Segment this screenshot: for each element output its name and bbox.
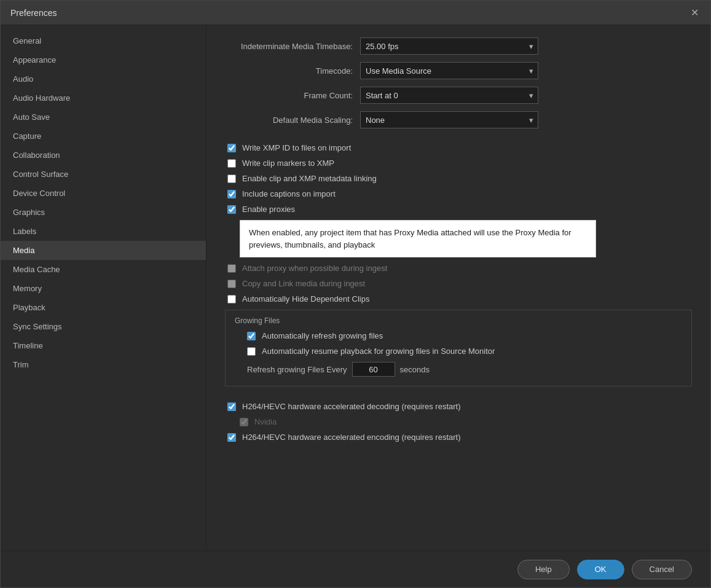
growing-files-title: Growing Files <box>235 316 682 325</box>
dialog-title: Preferences <box>10 8 57 18</box>
sidebar-item-playback[interactable]: Playback <box>1 298 206 317</box>
h264-decode-label: H264/HEVC hardware accelerated decoding … <box>242 402 461 411</box>
checkbox-row-h264-decode: H264/HEVC hardware accelerated decoding … <box>225 402 692 411</box>
sidebar-item-timeline[interactable]: Timeline <box>1 336 206 355</box>
include-captions-label: Include captions on import <box>242 189 336 198</box>
auto-resume-label: Automatically resume playback for growin… <box>262 347 495 356</box>
sidebar-item-capture[interactable]: Capture <box>1 127 206 146</box>
write-xmp-checkbox[interactable] <box>227 144 236 152</box>
checkbox-row-attach-proxy: Attach proxy when possible during ingest <box>225 264 692 273</box>
sidebar-item-graphics[interactable]: Graphics <box>1 203 206 222</box>
auto-hide-checkbox[interactable] <box>227 295 236 304</box>
auto-hide-label: Automatically Hide Dependent Clips <box>242 294 369 304</box>
form-row: Timecode:Use Media SourceDrop FrameNon-D… <box>225 62 692 79</box>
h264-decode-checkbox[interactable] <box>227 402 236 411</box>
sidebar-item-trim[interactable]: Trim <box>1 355 206 374</box>
titlebar: Preferences ✕ <box>1 1 710 25</box>
write-clip-markers-label: Write clip markers to XMP <box>242 159 334 168</box>
form-label: Frame Count: <box>225 91 360 100</box>
nvidia-label: Nvidia <box>254 417 277 426</box>
sidebar-item-control-surface[interactable]: Control Surface <box>1 165 206 184</box>
attach-proxy-checkbox[interactable] <box>227 264 236 273</box>
sidebar-item-sync-settings[interactable]: Sync Settings <box>1 317 206 336</box>
form-label: Indeterminate Media Timebase: <box>225 42 360 51</box>
main-panel: Indeterminate Media Timebase:23.976 fps2… <box>206 25 710 551</box>
tooltip-text: When enabled, any project item that has … <box>249 228 572 249</box>
sidebar-item-collaboration[interactable]: Collaboration <box>1 146 206 165</box>
close-button[interactable]: ✕ <box>688 7 701 19</box>
h264-encode-checkbox[interactable] <box>227 433 236 442</box>
include-captions-checkbox[interactable] <box>227 190 236 198</box>
form-select[interactable]: Start at 0Start at 1 <box>360 87 538 104</box>
write-xmp-label: Write XMP ID to files on import <box>242 143 351 152</box>
auto-resume-row: Automatically resume playback for growin… <box>235 347 682 356</box>
sidebar: GeneralAppearanceAudioAudio HardwareAuto… <box>1 25 206 551</box>
sidebar-item-media[interactable]: Media <box>1 241 206 260</box>
refresh-row: Refresh growing Files Every seconds <box>235 362 682 377</box>
form-select[interactable]: NoneSet to Frame SizeSet to Frame Size (… <box>360 111 538 128</box>
enable-proxies-checkbox[interactable] <box>227 205 236 214</box>
checkbox-row-write-clip-markers: Write clip markers to XMP <box>225 159 692 168</box>
refresh-input[interactable] <box>352 362 395 377</box>
form-row: Indeterminate Media Timebase:23.976 fps2… <box>225 37 692 55</box>
checkbox-row-write-xmp: Write XMP ID to files on import <box>225 143 692 152</box>
sidebar-item-media-cache[interactable]: Media Cache <box>1 260 206 279</box>
form-select[interactable]: 23.976 fps24.00 fps25.00 fps29.97 fps30.… <box>360 37 538 55</box>
enable-proxies-label: Enable proxies <box>242 205 295 214</box>
sidebar-item-memory[interactable]: Memory <box>1 279 206 298</box>
form-label: Default Media Scaling: <box>225 116 360 125</box>
footer: Help OK Cancel <box>1 551 710 587</box>
checkbox-row-enable-proxies: Enable proxies <box>225 205 692 214</box>
growing-files-section: Growing Files Automatically refresh grow… <box>225 310 692 386</box>
proxy-tooltip: When enabled, any project item that has … <box>240 220 596 257</box>
enable-clip-xmp-label: Enable clip and XMP metadata linking <box>242 174 377 183</box>
auto-refresh-checkbox[interactable] <box>247 332 256 340</box>
form-row: Frame Count:Start at 0Start at 1 <box>225 87 692 104</box>
form-row: Default Media Scaling:NoneSet to Frame S… <box>225 111 692 128</box>
copy-and-link-checkbox[interactable] <box>227 280 236 288</box>
auto-refresh-row: Automatically refresh growing files <box>235 331 682 340</box>
sidebar-item-appearance[interactable]: Appearance <box>1 50 206 69</box>
refresh-unit: seconds <box>400 365 430 374</box>
cancel-button[interactable]: Cancel <box>632 560 692 579</box>
h264-encode-label: H264/HEVC hardware accelerated encoding … <box>242 433 461 442</box>
sidebar-item-audio-hardware[interactable]: Audio Hardware <box>1 88 206 108</box>
auto-refresh-label: Automatically refresh growing files <box>262 331 383 340</box>
checkbox-row-enable-clip-xmp: Enable clip and XMP metadata linking <box>225 174 692 183</box>
auto-hide-row: Automatically Hide Dependent Clips <box>225 294 692 304</box>
checkbox-row-h264-encode: H264/HEVC hardware accelerated encoding … <box>225 433 692 442</box>
copy-and-link-label: Copy and Link media during ingest <box>242 279 365 288</box>
nvidia-checkbox <box>240 418 248 426</box>
form-label: Timecode: <box>225 66 360 76</box>
sidebar-item-auto-save[interactable]: Auto Save <box>1 108 206 127</box>
ok-button[interactable]: OK <box>577 560 624 579</box>
checkbox-row-include-captions: Include captions on import <box>225 189 692 198</box>
sidebar-item-device-control[interactable]: Device Control <box>1 184 206 203</box>
help-button[interactable]: Help <box>517 560 570 579</box>
form-select[interactable]: Use Media SourceDrop FrameNon-Drop Frame <box>360 62 538 79</box>
enable-clip-xmp-checkbox[interactable] <box>227 174 236 183</box>
write-clip-markers-checkbox[interactable] <box>227 159 236 168</box>
sidebar-item-audio[interactable]: Audio <box>1 69 206 88</box>
content-area: GeneralAppearanceAudioAudio HardwareAuto… <box>1 25 710 551</box>
sidebar-item-general[interactable]: General <box>1 31 206 50</box>
auto-resume-checkbox[interactable] <box>247 347 256 356</box>
refresh-label: Refresh growing Files Every <box>247 365 347 374</box>
preferences-dialog: Preferences ✕ GeneralAppearanceAudioAudi… <box>0 0 711 588</box>
attach-proxy-label: Attach proxy when possible during ingest <box>242 264 387 273</box>
checkbox-row-copy-and-link: Copy and Link media during ingest <box>225 279 692 288</box>
sidebar-item-labels[interactable]: Labels <box>1 222 206 241</box>
checkbox-row-nvidia: Nvidia <box>225 417 692 426</box>
